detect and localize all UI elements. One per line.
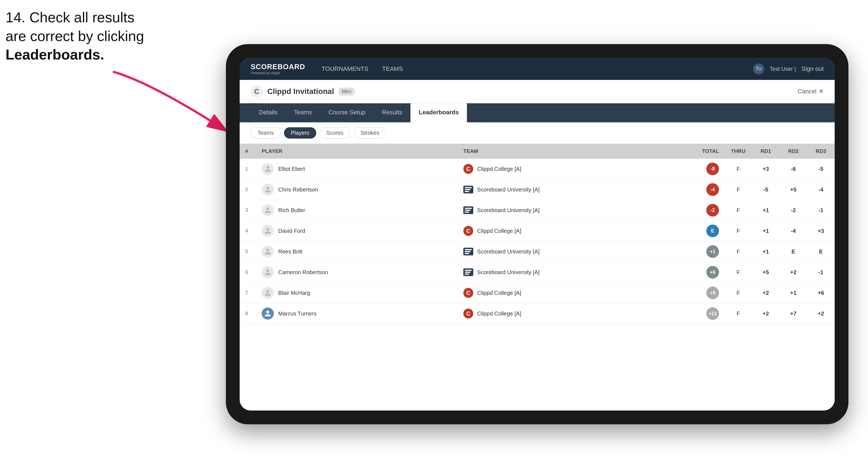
col-thru: THRU bbox=[724, 144, 752, 159]
score-thru: F bbox=[724, 241, 752, 262]
table-header-row: # PLAYER TEAM TOTAL THRU RD1 RD2 RD3 bbox=[240, 144, 835, 159]
player-name: Elliot Ebert bbox=[256, 159, 458, 179]
player-num: 6 bbox=[240, 262, 256, 283]
filter-players[interactable]: Players bbox=[284, 127, 316, 138]
player-num: 4 bbox=[240, 221, 256, 241]
player-name: Cameron Robertson bbox=[256, 262, 458, 283]
tablet-screen: SCOREBOARD Powered by clippd TOURNAMENTS… bbox=[240, 58, 835, 410]
tab-results[interactable]: Results bbox=[374, 103, 410, 122]
team-name: CClippd College [A] bbox=[458, 159, 686, 179]
player-avatar bbox=[262, 184, 274, 196]
score-total: +1 bbox=[686, 241, 724, 262]
team-name: CClippd College [A] bbox=[458, 303, 686, 324]
table-row: 7Blair McHargCClippd College [A]+9F+2+1+… bbox=[240, 283, 835, 303]
filter-teams[interactable]: Teams bbox=[251, 127, 281, 138]
player-avatar bbox=[262, 287, 274, 299]
tournament-title-area: C Clippd Invitational Men bbox=[251, 85, 355, 97]
tab-teams[interactable]: Teams bbox=[286, 103, 320, 122]
table-row: 1Elliot EbertCClippd College [A]-8F+3-6-… bbox=[240, 159, 835, 179]
player-avatar bbox=[262, 204, 274, 216]
score-rd3: -5 bbox=[807, 159, 835, 179]
nav-link-teams[interactable]: TEAMS bbox=[382, 65, 403, 72]
instruction-line2: are correct by clicking bbox=[5, 28, 144, 44]
player-avatar bbox=[262, 266, 274, 278]
filter-strokes[interactable]: Strokes bbox=[354, 127, 386, 138]
scoreboard-logo bbox=[463, 248, 473, 255]
cancel-button[interactable]: Cancel ✕ bbox=[798, 88, 824, 95]
score-thru: F bbox=[724, 303, 752, 324]
score-thru: F bbox=[724, 179, 752, 200]
score-rd2: +7 bbox=[780, 303, 807, 324]
score-rd2: -2 bbox=[780, 200, 807, 221]
score-total: +6 bbox=[686, 262, 724, 283]
scoreboard-logo bbox=[463, 186, 473, 193]
score-rd1: +1 bbox=[752, 200, 780, 221]
player-num: 5 bbox=[240, 241, 256, 262]
score-rd1: +3 bbox=[752, 159, 780, 179]
top-nav: SCOREBOARD Powered by clippd TOURNAMENTS… bbox=[240, 58, 835, 80]
score-total: +11 bbox=[686, 303, 724, 324]
score-total: E bbox=[686, 221, 724, 241]
instruction-bold: Leaderboards. bbox=[5, 46, 104, 63]
team-name: Scoreboard University [A] bbox=[458, 179, 686, 200]
player-num: 7 bbox=[240, 283, 256, 303]
player-name: Marcus Turners bbox=[256, 303, 458, 324]
score-rd3: +2 bbox=[807, 303, 835, 324]
col-player: PLAYER bbox=[256, 144, 458, 159]
logo-sub: Powered by clippd bbox=[251, 71, 305, 75]
leaderboard-table: # PLAYER TEAM TOTAL THRU RD1 RD2 RD3 1El… bbox=[240, 144, 835, 324]
col-num: # bbox=[240, 144, 256, 159]
score-rd1: +2 bbox=[752, 303, 780, 324]
col-total: TOTAL bbox=[686, 144, 724, 159]
score-rd3: -4 bbox=[807, 179, 835, 200]
player-num: 3 bbox=[240, 200, 256, 221]
clippd-logo: C bbox=[463, 309, 473, 318]
player-name: Rich Butler bbox=[256, 200, 458, 221]
col-rd2: RD2 bbox=[780, 144, 807, 159]
clippd-logo: C bbox=[463, 164, 473, 174]
tab-leaderboards[interactable]: Leaderboards bbox=[410, 103, 467, 122]
score-rd1: +2 bbox=[752, 283, 780, 303]
score-thru: F bbox=[724, 262, 752, 283]
player-avatar bbox=[262, 308, 274, 320]
player-name: Rees Britt bbox=[256, 241, 458, 262]
instruction-text: 14. Check all results are correct by cli… bbox=[5, 8, 144, 64]
player-avatar bbox=[262, 163, 274, 175]
score-rd1: -5 bbox=[752, 179, 780, 200]
score-total: -2 bbox=[686, 200, 724, 221]
filter-scores[interactable]: Scores bbox=[319, 127, 350, 138]
col-team: TEAM bbox=[458, 144, 686, 159]
tablet-frame: SCOREBOARD Powered by clippd TOURNAMENTS… bbox=[226, 44, 848, 424]
sign-out-link[interactable]: Sign out bbox=[801, 65, 824, 72]
score-rd1: +1 bbox=[752, 221, 780, 241]
player-name: David Ford bbox=[256, 221, 458, 241]
tournament-header: C Clippd Invitational Men Cancel ✕ bbox=[240, 80, 835, 103]
score-thru: F bbox=[724, 283, 752, 303]
nav-right: TU Test User | Sign out bbox=[753, 63, 824, 74]
player-num: 1 bbox=[240, 159, 256, 179]
score-total: -4 bbox=[686, 179, 724, 200]
score-rd3: +3 bbox=[807, 221, 835, 241]
tournament-name: Clippd Invitational bbox=[267, 87, 334, 96]
table-row: 8Marcus TurnersCClippd College [A]+11F+2… bbox=[240, 303, 835, 324]
score-rd2: +5 bbox=[780, 179, 807, 200]
player-avatar bbox=[262, 225, 274, 237]
score-total: -8 bbox=[686, 159, 724, 179]
nav-user-text: Test User | bbox=[770, 66, 796, 72]
leaderboard-table-container: # PLAYER TEAM TOTAL THRU RD1 RD2 RD3 1El… bbox=[240, 144, 835, 410]
team-name: CClippd College [A] bbox=[458, 221, 686, 241]
scoreboard-logo bbox=[463, 268, 473, 276]
user-avatar: TU bbox=[753, 63, 764, 74]
nav-link-tournaments[interactable]: TOURNAMENTS bbox=[322, 65, 369, 72]
score-rd1: +5 bbox=[752, 262, 780, 283]
table-row: 5Rees BrittScoreboard University [A]+1F+… bbox=[240, 241, 835, 262]
score-rd3: -1 bbox=[807, 200, 835, 221]
tab-course-setup[interactable]: Course Setup bbox=[320, 103, 374, 122]
table-row: 4David FordCClippd College [A]EF+1-4+3 bbox=[240, 221, 835, 241]
score-rd3: -1 bbox=[807, 262, 835, 283]
tab-details[interactable]: Details bbox=[251, 103, 286, 122]
score-thru: F bbox=[724, 221, 752, 241]
player-num: 2 bbox=[240, 179, 256, 200]
table-row: 3Rich ButlerScoreboard University [A]-2F… bbox=[240, 200, 835, 221]
table-row: 6Cameron RobertsonScoreboard University … bbox=[240, 262, 835, 283]
